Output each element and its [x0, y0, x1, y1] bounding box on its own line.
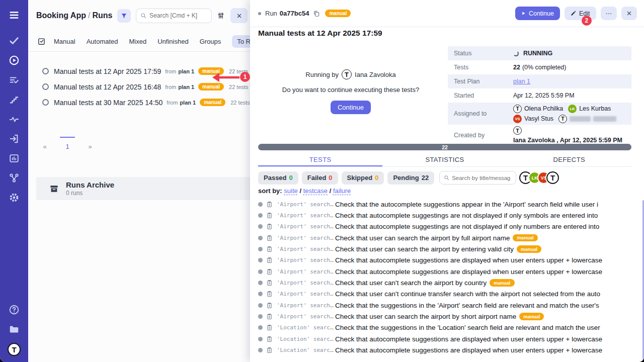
tests-search[interactable]: [439, 171, 516, 185]
test-row[interactable]: 'Airport' search… Check that user can't …: [250, 289, 635, 300]
tab-statistics[interactable]: STATISTICS: [382, 152, 507, 166]
clipboard-icon: [266, 235, 273, 241]
check-icon[interactable]: [5, 31, 24, 50]
test-title: Check that user can search the airport b…: [335, 313, 516, 320]
folder-icon[interactable]: [5, 319, 24, 339]
assignee[interactable]: LK Les Kurbas: [568, 105, 611, 113]
test-row[interactable]: 'Airport' search… Check that user can't …: [250, 277, 635, 288]
play-circle-icon[interactable]: [5, 50, 24, 70]
filter-button[interactable]: [117, 9, 131, 23]
test-row[interactable]: 'Location' searc… Check that autocomplet…: [250, 333, 635, 344]
assignee[interactable]: [558, 115, 616, 123]
test-title: Check that user can't search the airport…: [335, 279, 487, 287]
help-icon[interactable]: [5, 300, 24, 319]
continue-prompt-button[interactable]: Continue: [331, 101, 371, 114]
run-title-heading: Manual tests at 12 Apr 2025 17:59: [258, 29, 382, 38]
test-suite: 'Airport' search…: [277, 280, 335, 286]
sliders-icon[interactable]: [215, 9, 227, 23]
test-title: Check that autocomplete suggestions are …: [335, 256, 602, 264]
runs-tab[interactable]: Mixed: [129, 38, 147, 45]
tests-search-input[interactable]: [452, 175, 510, 181]
sort-suite-link[interactable]: suite: [284, 187, 297, 195]
sort-failure-link[interactable]: failure: [333, 187, 351, 195]
test-row[interactable]: 'Location' searc… Check that the suggest…: [250, 322, 635, 333]
detail-row-plan: Test Plan plan 1: [448, 74, 631, 88]
continue-button[interactable]: Continue: [515, 7, 560, 20]
status-filter-chip[interactable]: Pending22: [387, 171, 434, 185]
status-filter-chip[interactable]: Failed0: [302, 171, 338, 185]
test-title: Check that the suggestions in the 'Airpo…: [335, 302, 599, 309]
run-status-icon: [42, 99, 49, 106]
sort-testcase-link[interactable]: testcase: [303, 187, 328, 195]
copy-icon[interactable]: [313, 10, 320, 17]
more-button[interactable]: ⋯: [601, 7, 617, 20]
close-panel-button[interactable]: [230, 8, 248, 23]
sign-in-icon[interactable]: [5, 129, 24, 148]
test-row[interactable]: 'Airport' search… Check that autocomplet…: [250, 210, 635, 221]
test-status-dot: [258, 303, 263, 308]
assignee[interactable]: VS Vasyl Stus: [513, 115, 553, 123]
runs-tab[interactable]: Manual: [54, 38, 75, 45]
continue-question: Do you want to continue executing these …: [258, 86, 443, 94]
test-row[interactable]: 'Airport' search… Check that user can se…: [250, 311, 635, 322]
test-row[interactable]: 'Airport' search… Check that user can se…: [250, 243, 635, 254]
run-dot-icon: [258, 12, 261, 15]
test-suite: 'Airport' search…: [277, 246, 335, 252]
assignee[interactable]: Olena Pchilka: [513, 105, 563, 113]
test-row[interactable]: 'Location' searc… Check that autocomplet…: [250, 344, 635, 355]
list-check-icon[interactable]: [5, 70, 24, 89]
runs-tab[interactable]: Groups: [200, 38, 221, 45]
plan-link[interactable]: plan 1: [513, 78, 530, 85]
runs-search-input[interactable]: [149, 12, 206, 19]
select-all-icon[interactable]: [37, 37, 46, 46]
status-filters: Passed0 Failed0 Skipped0 Pending22: [258, 171, 559, 185]
test-row[interactable]: 'Airport' search… Check that the suggest…: [250, 300, 635, 311]
tab-tests[interactable]: TESTS: [258, 152, 382, 166]
run-status-icon: [42, 83, 49, 90]
run-title: Manual tests at 12 Apr 2025 16:48: [54, 83, 161, 91]
avatar[interactable]: [546, 171, 559, 184]
clipboard-icon: [266, 324, 273, 331]
pagination-next[interactable]: »: [83, 137, 98, 150]
test-row[interactable]: 'Airport' search… Check that autocomplet…: [250, 221, 635, 232]
avatar: [513, 126, 522, 135]
test-status-dot: [258, 247, 263, 251]
status-filter-chip[interactable]: Passed0: [258, 171, 298, 185]
runs-search[interactable]: [136, 9, 212, 23]
status-filter-chip[interactable]: Skipped0: [342, 171, 384, 185]
app-window: T Booking App/Runs: [0, 0, 644, 362]
gear-icon[interactable]: [5, 188, 24, 207]
clipboard-icon: [266, 201, 273, 208]
pagination-prev[interactable]: «: [37, 137, 52, 150]
test-title: Check that user can search the airport b…: [335, 234, 510, 242]
runs-filter-tabs: Manual Automated Mixed Unfinished Groups…: [28, 31, 252, 52]
runs-tab[interactable]: Unfinished: [157, 38, 188, 45]
branch-icon[interactable]: [5, 168, 24, 188]
clipboard-icon: [266, 336, 273, 342]
detail-row-status: Status RUNNING: [448, 46, 631, 60]
tab-defects[interactable]: DEFECTS: [507, 152, 631, 166]
test-row[interactable]: 'Airport' search… Check that the autocom…: [250, 199, 635, 210]
runs-tab[interactable]: Automated: [87, 38, 118, 45]
activity-icon[interactable]: [5, 109, 24, 129]
steps-icon[interactable]: [5, 89, 24, 109]
funnel-icon: [121, 13, 127, 19]
app-sidebar: T: [0, 0, 28, 362]
breadcrumb-project[interactable]: Booking App: [36, 11, 86, 20]
user-avatar[interactable]: T: [8, 343, 21, 356]
run-list-item[interactable]: Manual tests at 30 Mar 2025 14:50 from p…: [28, 95, 252, 110]
run-detail-panel: Run 0a77bc54 manual Continue Edit ⋯: [250, 0, 644, 362]
test-status-dot: [258, 236, 263, 240]
breadcrumb: Booking App/Runs: [36, 11, 112, 20]
menu-icon[interactable]: [5, 5, 24, 25]
test-status-dot: [258, 258, 263, 262]
bar-chart-icon[interactable]: [5, 148, 24, 168]
test-row[interactable]: 'Airport' search… Check that autocomplet…: [250, 255, 635, 266]
annotation-arrow-1: [211, 72, 240, 83]
test-row[interactable]: 'Airport' search… Check that user can se…: [250, 232, 635, 243]
runs-archive[interactable]: Runs Archive 0 runs: [36, 177, 254, 200]
redacted-name: [570, 116, 616, 122]
close-detail-button[interactable]: [621, 7, 637, 20]
test-row[interactable]: 'Airport' search… Check that autocomplet…: [250, 266, 635, 277]
pagination-page-1[interactable]: 1: [60, 137, 75, 150]
